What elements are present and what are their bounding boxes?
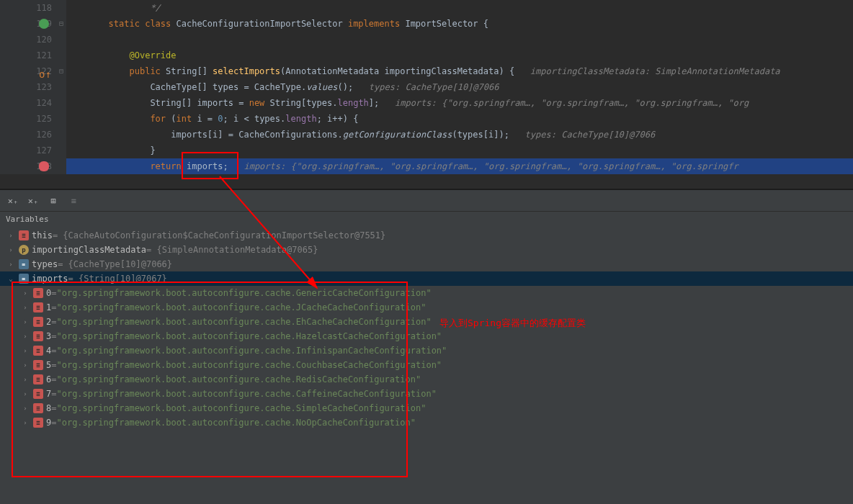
expand-icon[interactable]: › (6, 261, 16, 268)
code-line[interactable]: 122o↑⊟ public String[] selectImports(Ann… (0, 63, 853, 79)
variables-header: Variables (0, 212, 853, 227)
array-item-row[interactable]: ›≡4 = "org.springframework.boot.autoconf… (0, 343, 853, 358)
code-content[interactable]: } (66, 143, 853, 158)
gutter[interactable]: 127 (0, 143, 66, 158)
code-line[interactable]: 119⊟ static class CacheConfigurationImpo… (0, 16, 853, 32)
add-watch-icon[interactable]: ✕₊ (7, 195, 19, 207)
code-content[interactable]: String[] imports = new String[types.leng… (66, 95, 853, 111)
breakpoint-icon[interactable] (39, 161, 49, 171)
array-item-row[interactable]: ›≡5 = "org.springframework.boot.autoconf… (0, 358, 853, 372)
override-icon[interactable] (39, 19, 49, 29)
gutter[interactable]: 121 (0, 48, 66, 63)
array-item-row[interactable]: ›≡6 = "org.springframework.boot.autoconf… (0, 372, 853, 387)
code-content[interactable] (66, 32, 853, 48)
new-watch-icon[interactable]: ✕₊ (27, 195, 39, 207)
array-item-row[interactable]: ›≡1 = "org.springframework.boot.autoconf… (0, 300, 853, 315)
code-content[interactable]: static class CacheConfigurationImportSel… (66, 16, 853, 32)
array-index: 7 (46, 389, 51, 399)
gutter[interactable]: 128 (0, 158, 66, 174)
gutter[interactable]: 120 (0, 32, 66, 48)
code-line[interactable]: 118 */ (0, 0, 853, 16)
array-index-icon: ≡ (33, 317, 43, 327)
array-index-icon: ≡ (33, 360, 43, 370)
expand-icon[interactable]: › (20, 361, 30, 369)
expand-icon[interactable]: › (6, 232, 16, 239)
array-value: "org.springframework.boot.autoconfigure.… (56, 288, 431, 298)
gutter[interactable]: 125 (0, 111, 66, 127)
code-line[interactable]: 128 return imports; imports: {"org.sprin… (0, 158, 853, 174)
code-line[interactable]: 123 CacheType[] types = CacheType.values… (0, 79, 853, 95)
code-content[interactable]: @Override (66, 48, 853, 63)
array-index-icon: ≡ (33, 403, 43, 413)
code-content[interactable]: for (int i = 0; i < types.length; i++) { (66, 111, 853, 127)
variable-row[interactable]: ›≡types = {CacheType[10]@7066} (0, 257, 853, 271)
code-content[interactable]: */ (66, 0, 853, 16)
array-index: 8 (46, 403, 51, 413)
array-index: 0 (46, 288, 51, 298)
expand-icon[interactable]: › (20, 419, 30, 426)
gutter[interactable]: 126 (0, 127, 66, 143)
variable-type-icon: ≡ (19, 230, 29, 240)
array-index: 1 (46, 302, 51, 312)
expand-icon[interactable]: › (20, 405, 30, 412)
gutter[interactable]: 119⊟ (0, 16, 66, 32)
gutter[interactable]: 122o↑⊟ (0, 63, 66, 79)
expand-icon[interactable]: › (20, 304, 30, 311)
variable-row[interactable]: ›≡this = {CacheAutoConfiguration$CacheCo… (0, 228, 853, 243)
variable-value: = {SimpleAnnotationMetadata@7065} (146, 245, 318, 255)
code-content[interactable]: CacheType[] types = CacheType.values(); … (66, 79, 853, 95)
debug-toolbar: ✕₊ ✕₊ ⊞ ≡ (0, 190, 853, 212)
expand-icon[interactable]: › (20, 318, 30, 325)
array-item-row[interactable]: ›≡9 = "org.springframework.boot.autoconf… (0, 415, 853, 430)
expand-icon[interactable]: › (20, 333, 30, 340)
code-line[interactable]: 124 String[] imports = new String[types.… (0, 95, 853, 111)
array-index: 3 (46, 331, 51, 341)
fold-icon[interactable]: ⊟ (59, 16, 63, 32)
code-content[interactable]: public String[] selectImports(Annotation… (66, 63, 853, 79)
variable-name: types (32, 259, 58, 269)
array-item-row[interactable]: ›≡3 = "org.springframework.boot.autoconf… (0, 329, 853, 343)
array-value: "org.springframework.boot.autoconfigure.… (56, 346, 447, 356)
expand-icon[interactable]: ⌄ (6, 275, 16, 282)
implement-icon[interactable]: o↑ (39, 66, 49, 76)
expand-icon[interactable]: › (20, 347, 30, 354)
code-editor[interactable]: 118 */119⊟ static class CacheConfigurati… (0, 0, 853, 189)
expand-icon[interactable]: › (20, 376, 30, 383)
array-value: "org.springframework.boot.autoconfigure.… (56, 389, 436, 399)
variable-row[interactable]: ⌄≡imports = {String[10]@7067} (0, 271, 853, 286)
expand-icon[interactable]: › (6, 246, 16, 253)
code-line[interactable]: 125 for (int i = 0; i < types.length; i+… (0, 111, 853, 127)
code-line[interactable]: 126 imports[i] = CacheConfigurations.get… (0, 127, 853, 143)
variable-value: = {CacheType[10]@7066} (58, 259, 172, 269)
variable-value: = {String[10]@7067} (68, 274, 167, 284)
array-value: "org.springframework.boot.autoconfigure.… (56, 374, 421, 384)
array-item-row[interactable]: ›≡0 = "org.springframework.boot.autoconf… (0, 286, 853, 300)
code-content[interactable]: return imports; imports: {"org.springfra… (66, 158, 853, 174)
code-line[interactable]: 121 @Override (0, 48, 853, 63)
calculator-icon[interactable]: ⊞ (48, 195, 59, 207)
array-value: "org.springframework.boot.autoconfigure.… (56, 403, 426, 413)
array-index: 4 (46, 346, 51, 356)
gutter[interactable]: 123 (0, 79, 66, 95)
array-item-row[interactable]: ›≡2 = "org.springframework.boot.autoconf… (0, 315, 853, 329)
gutter[interactable]: 124 (0, 95, 66, 111)
variable-type-icon: ≡ (19, 259, 29, 269)
expand-icon[interactable]: › (20, 390, 30, 397)
variable-row[interactable]: ›pimportingClassMetadata = {SimpleAnnota… (0, 243, 853, 257)
variable-type-icon: ≡ (19, 274, 29, 284)
array-item-row[interactable]: ›≡7 = "org.springframework.boot.autoconf… (0, 387, 853, 401)
expand-icon[interactable]: › (20, 289, 30, 297)
code-line[interactable]: 120 (0, 32, 853, 48)
array-index-icon: ≡ (33, 331, 43, 341)
gutter[interactable]: 118 (0, 0, 66, 16)
array-index-icon: ≡ (33, 288, 43, 298)
variable-name: this (32, 230, 53, 240)
filter-icon[interactable]: ≡ (68, 195, 79, 207)
variable-name: imports (32, 274, 68, 284)
fold-icon[interactable]: ⊟ (59, 63, 63, 79)
code-content[interactable]: imports[i] = CacheConfigurations.getConf… (66, 127, 853, 143)
variables-tree[interactable]: ›≡this = {CacheAutoConfiguration$CacheCo… (0, 227, 853, 431)
code-line[interactable]: 127 } (0, 143, 853, 158)
array-item-row[interactable]: ›≡8 = "org.springframework.boot.autoconf… (0, 401, 853, 415)
array-index-icon: ≡ (33, 389, 43, 399)
